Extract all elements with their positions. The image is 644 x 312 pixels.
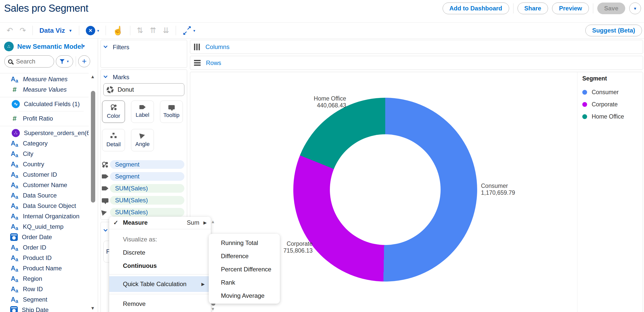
swap-axes-icon[interactable]: ⇅ (137, 27, 143, 34)
pill-role-icon (101, 209, 109, 216)
scroll-down-icon[interactable]: ▼ (211, 307, 215, 312)
rows-shelf[interactable]: Rows (190, 56, 643, 70)
field-list-item[interactable]: Segment (0, 294, 89, 305)
field-list-item[interactable]: Internal Organization (0, 211, 89, 221)
mark-property-button[interactable]: Angle (131, 129, 154, 151)
mark-property-button[interactable]: Color (102, 101, 125, 123)
chevron-down-icon[interactable]: ▼ (82, 44, 86, 48)
columns-shelf[interactable]: Columns (190, 40, 643, 54)
fit-dropdown[interactable]: ▾ (183, 26, 195, 35)
submenu-item[interactable]: Running Total (209, 236, 280, 250)
submenu-item[interactable]: Moving Average (209, 289, 280, 302)
expand-icon (183, 26, 191, 35)
field-list-item (0, 124, 89, 126)
menu-item-measure[interactable]: ✓ Measure Sum ▶ (109, 217, 211, 228)
mark-property-button[interactable]: Label (131, 101, 154, 123)
field-list-item[interactable]: Row ID (0, 284, 89, 294)
field-type-icon (12, 129, 20, 137)
save-button[interactable]: Save (597, 3, 625, 14)
field-list-item[interactable]: Category (0, 138, 89, 149)
submenu-item[interactable]: Percent Difference (209, 263, 280, 276)
pointer-hand-icon[interactable]: ☝ (112, 26, 123, 35)
field-type-icon (10, 212, 19, 221)
field-list-item[interactable]: Country (0, 159, 89, 169)
submenu-item[interactable]: Difference (209, 250, 280, 263)
field-pill[interactable]: Segment (110, 160, 184, 169)
legend-entry-label: Corporate (592, 101, 618, 108)
search-input[interactable] (15, 58, 46, 65)
redo-icon[interactable]: ↷ (20, 27, 26, 34)
legend-entry[interactable]: Home Office (582, 110, 641, 123)
menu-item-discrete[interactable]: Discrete (109, 248, 211, 257)
field-list-item[interactable]: Profit Ratio (0, 113, 89, 124)
field-list-item[interactable]: Customer Name (0, 180, 89, 190)
field-list-item[interactable]: Order ID (0, 242, 89, 253)
field-pill[interactable]: Segment (110, 172, 184, 181)
field-type-icon (10, 222, 19, 231)
chevron-down-icon[interactable] (104, 228, 108, 232)
field-pill[interactable]: SUM(Sales) (110, 196, 184, 205)
view-type-dropdown[interactable]: Data Viz ▼ (39, 27, 72, 35)
chevron-down-icon: ▼ (633, 7, 637, 10)
color-legend: Segment Consumer Corporate Ho (582, 75, 641, 123)
menu-item-remove[interactable]: Remove (109, 300, 211, 308)
field-list-item[interactable]: Calculated Fields (1) (0, 99, 89, 109)
field-list-item[interactable]: City (0, 149, 89, 159)
field-list-item[interactable]: Ship Date (0, 305, 89, 312)
field-list-item[interactable]: Measure Values (0, 84, 89, 95)
donut-chart[interactable] (293, 98, 477, 282)
field-list-item[interactable]: Product Name (0, 263, 89, 273)
legend-entry-label: Home Office (592, 113, 624, 120)
field-list-item[interactable]: Region (0, 273, 89, 284)
field-list-item[interactable]: Customer ID (0, 169, 89, 180)
menu-item-quick-table-calculation[interactable]: Quick Table Calculation ▶ (109, 276, 211, 292)
add-to-dashboard-button[interactable]: Add to Dashboard (443, 3, 509, 14)
slice-label-consumer: Consumer 1,170,659.79 (481, 183, 562, 196)
scroll-up-icon[interactable]: ▲ (211, 219, 215, 224)
sort-descending-icon[interactable]: ⇊ (163, 27, 169, 34)
menu-item-label: Discrete (123, 249, 145, 256)
chevron-down-icon[interactable] (104, 44, 108, 48)
mark-type-select[interactable]: Donut (103, 83, 184, 96)
share-button[interactable]: Share (518, 3, 548, 14)
header-divider (593, 3, 593, 13)
field-filter-button[interactable]: ▼ (56, 55, 73, 68)
semantic-model-selector[interactable]: ∴ New Semantic Model (4, 42, 83, 51)
field-pill[interactable]: SUM(Sales) (110, 184, 184, 193)
field-list-item[interactable]: Measure Names (0, 74, 89, 84)
rows-icon (194, 60, 201, 66)
field-list-item[interactable]: KQ_uuid_temp (0, 221, 89, 232)
add-field-button[interactable]: + (78, 55, 90, 67)
menu-item-continuous[interactable]: Continuous (109, 261, 211, 270)
mark-property-button[interactable]: Tooltip (160, 101, 183, 123)
columns-icon (194, 43, 200, 51)
field-list-item[interactable]: Data Source Object (0, 201, 89, 211)
legend-entry[interactable]: Consumer (582, 86, 641, 98)
sort-ascending-icon[interactable]: ⇈ (150, 27, 156, 34)
mark-property-button[interactable]: Detail (102, 129, 125, 151)
scroll-down-icon[interactable]: ▼ (90, 306, 95, 311)
field-list-item[interactable]: Product ID (0, 253, 89, 263)
field-type-icon (10, 274, 19, 283)
clear-dropdown[interactable]: × ▾ (86, 26, 99, 35)
field-label: Category (23, 140, 47, 147)
legend-color-dot (582, 102, 587, 107)
field-list-item[interactable]: Data Source (0, 190, 89, 201)
scrollbar-thumb[interactable] (91, 91, 95, 203)
save-options-button[interactable]: ▼ (629, 3, 641, 14)
slice-value: 440,068.43 (267, 102, 346, 109)
menu-item-label: Remove (123, 300, 146, 307)
suggest-beta-button[interactable]: Suggest (Beta) (585, 25, 642, 36)
mark-property-buttons: Color Label Tooltip Detail (102, 101, 186, 151)
chevron-down-icon[interactable] (104, 74, 108, 78)
undo-icon[interactable]: ↶ (7, 27, 13, 34)
submenu-item[interactable]: Rank (209, 276, 280, 289)
legend-entry[interactable]: Corporate (582, 98, 641, 110)
field-list-item[interactable]: Order Date (0, 232, 89, 242)
field-pill[interactable]: SUM(Sales) (110, 208, 184, 217)
field-list-item[interactable]: Superstore_orders_en(6) (27) (0, 128, 89, 138)
marks-title: Marks (113, 74, 129, 81)
preview-button[interactable]: Preview (552, 3, 589, 14)
field-type-icon (10, 114, 19, 123)
scroll-up-icon[interactable]: ▲ (90, 74, 95, 79)
